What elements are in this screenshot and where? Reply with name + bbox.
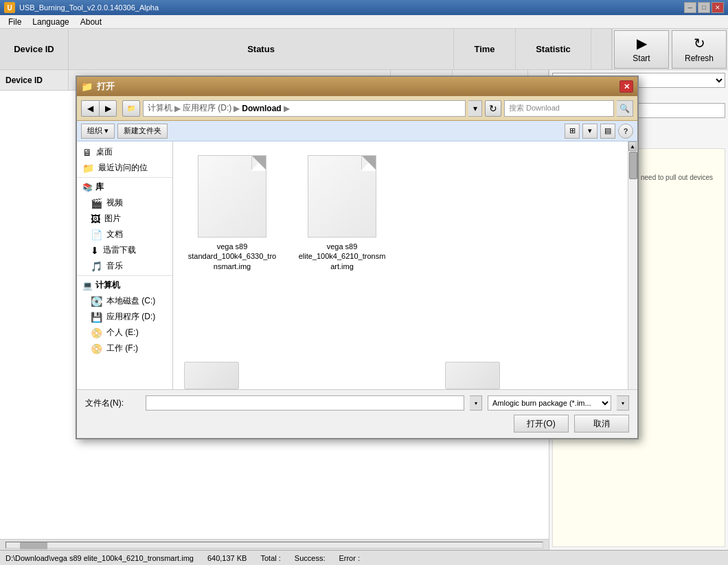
sidebar-item-desktop[interactable]: 🖥 桌面 <box>77 144 172 160</box>
sidebar-item-recent[interactable]: 📁 最近访问的位 <box>77 160 172 176</box>
forward-button[interactable]: ▶ <box>99 100 117 117</box>
sidebar-label-thunder: 迅雷下载 <box>103 244 136 256</box>
sidebar-label-drive-d: 应用程序 (D:) <box>106 311 155 323</box>
file-icon-vega-s89-standard <box>198 155 266 238</box>
sidebar-item-drive-c[interactable]: 💽 本地磁盘 (C:) <box>77 293 172 309</box>
dialog-title: 打开 <box>97 80 115 93</box>
path-drive: 应用程序 (D:) <box>183 102 231 114</box>
scroll-up-button[interactable]: ▲ <box>628 141 637 151</box>
sidebar-label-computer: 计算机 <box>95 279 120 291</box>
dialog-close-button[interactable]: ✕ <box>619 80 633 93</box>
dialog-title-left: 📁 打开 <box>81 80 115 93</box>
path-refresh-button[interactable]: ↻ <box>485 100 501 117</box>
sidebar-label-drive-f: 工作 (F:) <box>106 343 138 354</box>
sidebar-label-video: 视频 <box>106 197 123 209</box>
file-name-vega-s89-elite: vega s89 elite_100k4_6210_tronsmart.img <box>297 242 387 271</box>
open-button[interactable]: 打开(O) <box>514 415 569 433</box>
drive-d-icon: 💾 <box>91 312 102 323</box>
file-corner-fold <box>251 156 266 171</box>
filetype-dropdown-button[interactable]: ▾ <box>617 395 629 411</box>
list-item[interactable]: vega s89standard_100k4_6330_tronsmart.im… <box>184 152 280 274</box>
new-folder-label: 新建文件夹 <box>124 126 161 136</box>
dialog-subtoolbar: 组织 ▾ 新建文件夹 ⊞ ▾ ▤ ? <box>77 121 637 141</box>
thunder-icon: ⬇ <box>91 245 99 256</box>
help-button[interactable]: ? <box>618 124 633 139</box>
sidebar-section-computer[interactable]: 💻 计算机 <box>77 277 172 293</box>
filetype-select[interactable]: Amlogic burn package (*.im... <box>488 395 611 411</box>
sidebar-section-library[interactable]: 📚 库 <box>77 179 172 195</box>
desktop-icon: 🖥 <box>82 147 92 158</box>
scroll-thumb-vertical[interactable] <box>629 152 637 179</box>
filename-dropdown-button[interactable]: ▾ <box>470 395 482 411</box>
dialog-files-area: vega s89standard_100k4_6330_tronsmart.im… <box>173 141 637 389</box>
file-open-dialog: 📁 打开 ✕ ◀ ▶ 📁 计算机 ▶ 应用程序 (D:) ▶ Download … <box>76 76 639 439</box>
file-icon-vega-s89-elite <box>308 155 376 238</box>
drive-f-icon: 📀 <box>91 343 102 354</box>
recent-button[interactable]: 📁 <box>122 100 140 117</box>
sidebar-item-drive-f[interactable]: 📀 工作 (F:) <box>77 341 172 356</box>
dialog-folder-icon: 📁 <box>81 81 93 92</box>
music-icon: 🎵 <box>91 261 102 272</box>
list-item[interactable]: vega s89 elite_100k4_6210_tronsmart.img <box>294 152 390 274</box>
sidebar-item-drive-d[interactable]: 💾 应用程序 (D:) <box>77 309 172 325</box>
cancel-button[interactable]: 取消 <box>574 415 629 433</box>
sidebar-item-thunder[interactable]: ⬇ 迅雷下载 <box>77 242 172 258</box>
recent-btn-area: 📁 <box>122 100 140 117</box>
view-icon-button[interactable]: ⊞ <box>565 124 580 139</box>
sidebar-item-drive-e[interactable]: 📀 个人 (E:) <box>77 325 172 341</box>
drive-c-icon: 💽 <box>91 296 102 307</box>
search-button[interactable]: 🔍 <box>617 100 633 117</box>
new-folder-button[interactable]: 新建文件夹 <box>117 124 168 139</box>
back-button[interactable]: ◀ <box>81 100 99 117</box>
documents-icon: 📄 <box>91 229 102 240</box>
path-dropdown-button[interactable]: ▾ <box>468 100 482 117</box>
recent-icon: 📁 <box>82 163 94 174</box>
video-icon: 🎬 <box>91 198 102 209</box>
sidebar-divider1 <box>77 177 172 178</box>
filename-input[interactable] <box>146 395 464 411</box>
library-icon: 📚 <box>82 183 93 192</box>
organize-label: 组织 <box>87 126 102 136</box>
partial-files <box>173 362 637 389</box>
filename-row: 文件名(N): ▾ Amlogic burn package (*.im... … <box>85 395 629 411</box>
files-scrollbar[interactable]: ▲ <box>628 141 637 389</box>
dialog-body: 🖥 桌面 📁 最近访问的位 📚 库 🎬 视频 🖼 <box>77 141 637 389</box>
sidebar-label-drive-c: 本地磁盘 (C:) <box>106 295 155 307</box>
path-download: Download <box>242 104 281 113</box>
nav-buttons: ◀ ▶ <box>81 100 117 117</box>
sidebar-label-desktop: 桌面 <box>96 146 113 158</box>
details-pane-button[interactable]: ▤ <box>600 124 615 139</box>
path-bar: 计算机 ▶ 应用程序 (D:) ▶ Download ▶ <box>143 100 466 117</box>
file-corner-fold2 <box>361 156 376 171</box>
files-container: vega s89standard_100k4_6330_tronsmart.im… <box>173 141 637 362</box>
sidebar-label-music: 音乐 <box>106 260 123 272</box>
sidebar-item-pictures[interactable]: 🖼 图片 <box>77 211 172 227</box>
path-sep3: ▶ <box>284 104 290 113</box>
filename-label: 文件名(N): <box>85 397 140 409</box>
search-box: 搜索 Download <box>504 100 614 117</box>
sidebar-label-documents: 文档 <box>106 229 123 240</box>
dialog-toolbar: ◀ ▶ 📁 计算机 ▶ 应用程序 (D:) ▶ Download ▶ ▾ ↻ 搜… <box>77 96 637 121</box>
sidebar-label-drive-e: 个人 (E:) <box>106 327 139 338</box>
dialog-bottom: 文件名(N): ▾ Amlogic burn package (*.im... … <box>77 389 637 438</box>
sidebar-label-library: 库 <box>95 181 104 193</box>
path-sep2: ▶ <box>234 104 240 113</box>
organize-button[interactable]: 组织 ▾ <box>81 124 115 139</box>
sidebar-item-video[interactable]: 🎬 视频 <box>77 195 172 211</box>
sidebar-label-recent: 最近访问的位 <box>98 162 148 174</box>
dialog-overlay: 📁 打开 ✕ ◀ ▶ 📁 计算机 ▶ 应用程序 (D:) ▶ Download … <box>0 0 728 565</box>
sidebar-label-pictures: 图片 <box>104 213 121 224</box>
sidebar-divider2 <box>77 275 172 276</box>
drive-e-icon: 📀 <box>91 327 102 338</box>
computer-icon: 💻 <box>82 281 93 290</box>
organize-dropdown-icon: ▾ <box>104 126 109 135</box>
dialog-sidebar: 🖥 桌面 📁 最近访问的位 📚 库 🎬 视频 🖼 <box>77 141 173 389</box>
dialog-title-bar: 📁 打开 ✕ <box>77 77 637 96</box>
sidebar-item-documents[interactable]: 📄 文档 <box>77 227 172 242</box>
view-dropdown-button[interactable]: ▾ <box>582 124 598 139</box>
path-sep1: ▶ <box>174 104 181 113</box>
sidebar-item-music[interactable]: 🎵 音乐 <box>77 258 172 274</box>
pictures-icon: 🖼 <box>91 214 100 224</box>
file-name-vega-s89-standard: vega s89standard_100k4_6330_tronsmart.im… <box>187 242 277 271</box>
path-computer: 计算机 <box>148 102 172 114</box>
